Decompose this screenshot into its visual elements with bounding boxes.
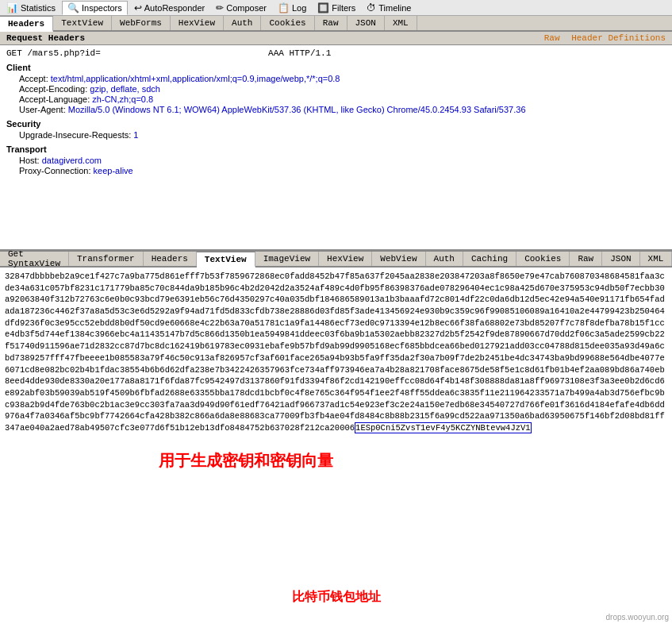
upgrade-key: Upgrade-Insecure-Requests:: [19, 130, 131, 140]
annotation-text: 用于生成密钥和密钥向量: [159, 450, 333, 472]
upgrade-val: 1: [133, 130, 138, 140]
bottom-tab-row: Get SyntaxView Transformer Headers TextV…: [0, 252, 672, 268]
request-method-path: GET /mars5.php?id=: [6, 48, 101, 58]
tab-auth-bottom[interactable]: Auth: [426, 252, 463, 266]
filters-icon: 🔲: [317, 2, 329, 13]
btc-label: 比特币钱包地址: [292, 589, 381, 606]
toolbar-statistics[interactable]: 📊 Statistics: [2, 1, 60, 15]
tab-json-upper[interactable]: JSON: [348, 16, 385, 30]
bottom-pane: 用于生成密钥和密钥向量 32847dbbbbeb2a9ce1f427c7a9ba…: [0, 268, 672, 623]
tab-raw-bottom[interactable]: Raw: [570, 252, 602, 266]
tab-headers-bottom[interactable]: Headers: [144, 252, 197, 266]
proxy-val: keep-alive: [94, 166, 133, 175]
tab-auth-upper[interactable]: Auth: [224, 16, 261, 30]
tab-get-syntaxview[interactable]: Get SyntaxView: [0, 252, 69, 266]
request-headers-links: Raw Header Definitions: [538, 33, 666, 43]
inspectors-icon: 🔍: [67, 2, 79, 13]
composer-icon: ✏: [216, 2, 224, 13]
toolbar-log[interactable]: 📋 Log: [273, 1, 311, 15]
tab-xml-upper[interactable]: XML: [385, 16, 417, 30]
composer-label: Composer: [226, 3, 267, 13]
accept-language-key: Accept-Language:: [19, 94, 90, 104]
toolbar-composer[interactable]: ✏ Composer: [211, 1, 271, 15]
tab-webview[interactable]: WebView: [372, 252, 425, 266]
user-agent-key: User-Agent:: [19, 105, 66, 114]
tab-caching[interactable]: Caching: [463, 252, 516, 266]
host-val: datagiverd.com: [42, 156, 102, 165]
tab-imageview[interactable]: ImageView: [255, 252, 319, 266]
tab-raw-upper[interactable]: Raw: [315, 16, 348, 30]
request-line: GET /mars5.php?id= AAA HTTP/1.1: [6, 48, 666, 58]
toolbar-filters[interactable]: 🔲 Filters: [313, 1, 360, 15]
host-key: Host:: [19, 156, 40, 165]
statistics-icon: 📊: [6, 2, 18, 13]
tab-hexview-bottom[interactable]: HexView: [319, 252, 372, 266]
proxy-key: Proxy-Connection:: [19, 166, 91, 175]
toolbar-timeline[interactable]: ⏱ Timeline: [362, 1, 416, 15]
header-accept-encoding: Accept-Encoding: gzip, deflate, sdch: [19, 84, 666, 94]
header-upgrade-insecure: Upgrade-Insecure-Requests: 1: [19, 130, 666, 140]
tab-textview-upper[interactable]: TextView: [53, 16, 112, 30]
user-agent-val: Mozilla/5.0 (Windows NT 6.1; WOW64) Appl…: [68, 105, 526, 114]
tab-headers-upper[interactable]: Headers: [0, 16, 53, 32]
header-proxy-connection: Proxy-Connection: keep-alive: [19, 166, 666, 175]
header-user-agent: User-Agent: Mozilla/5.0 (Windows NT 6.1;…: [19, 105, 666, 114]
tab-json-bottom[interactable]: JSON: [602, 252, 639, 266]
tab-cookies-upper[interactable]: Cookies: [261, 16, 314, 30]
upper-tab-row: Headers TextView WebForms HexView Auth C…: [0, 16, 672, 32]
log-icon: 📋: [278, 2, 290, 13]
request-url: [101, 48, 263, 58]
request-protocol: AAA HTTP/1.1: [268, 48, 331, 58]
watermark: drops.wooyun.org: [606, 613, 670, 622]
hex-line-2: 4486ecf73ed0c9713394e12b8ec66f38fa68802e…: [5, 318, 665, 433]
top-toolbar: 📊 Statistics 🔍 Inspectors ↩ AutoResponde…: [0, 0, 672, 16]
header-accept: Accept: text/html,application/xhtml+xml,…: [19, 74, 666, 83]
section-title-client: Client: [6, 63, 666, 72]
autoresponder-icon: ↩: [134, 2, 142, 13]
request-headers-bar: Request Headers Raw Header Definitions: [0, 32, 672, 45]
btc-address-text: 1ESp0Cni5ZvsT1evF4y5KCZYNBtevw4JzV1: [355, 422, 532, 433]
tab-webforms-upper[interactable]: WebForms: [112, 16, 171, 30]
timeline-label: Timeline: [378, 3, 411, 13]
autoresponder-label: AutoResponder: [144, 3, 205, 13]
tab-transformer[interactable]: Transformer: [69, 252, 144, 266]
statistics-label: Statistics: [21, 3, 56, 13]
tab-hexview-upper[interactable]: HexView: [171, 16, 224, 30]
toolbar-autoresponder[interactable]: ↩ AutoResponder: [129, 1, 209, 15]
section-title-transport: Transport: [6, 144, 666, 154]
header-accept-language: Accept-Language: zh-CN,zh;q=0.8: [19, 94, 666, 104]
tab-textview-bottom[interactable]: TextView: [197, 252, 255, 268]
raw-link[interactable]: Raw: [544, 33, 560, 43]
section-title-security: Security: [6, 119, 666, 129]
header-host: Host: datagiverd.com: [19, 156, 666, 165]
accept-encoding-key: Accept-Encoding:: [19, 84, 87, 94]
upper-pane: GET /mars5.php?id= AAA HTTP/1.1 Client A…: [0, 45, 672, 252]
accept-val: text/html,application/xhtml+xml,applicat…: [51, 74, 340, 83]
filters-label: Filters: [332, 3, 355, 13]
request-headers-title: Request Headers: [6, 33, 85, 43]
tab-cookies-bottom[interactable]: Cookies: [516, 252, 570, 266]
tab-xml-bottom[interactable]: XML: [640, 252, 672, 266]
accept-key: Accept:: [19, 74, 48, 83]
accept-language-val: zh-CN,zh;q=0.8: [92, 94, 153, 104]
header-definitions-link[interactable]: Header Definitions: [571, 33, 666, 43]
toolbar-inspectors[interactable]: 🔍 Inspectors: [62, 1, 128, 15]
main-container: Headers TextView WebForms HexView Auth C…: [0, 16, 672, 623]
hex-content: 32847dbbbbeb2a9ce1f427c7a9ba775d861efff7…: [0, 268, 672, 437]
log-label: Log: [292, 3, 306, 13]
timeline-icon: ⏱: [367, 2, 376, 13]
accept-encoding-val: gzip, deflate, sdch: [90, 84, 160, 94]
inspectors-label: Inspectors: [82, 3, 122, 13]
